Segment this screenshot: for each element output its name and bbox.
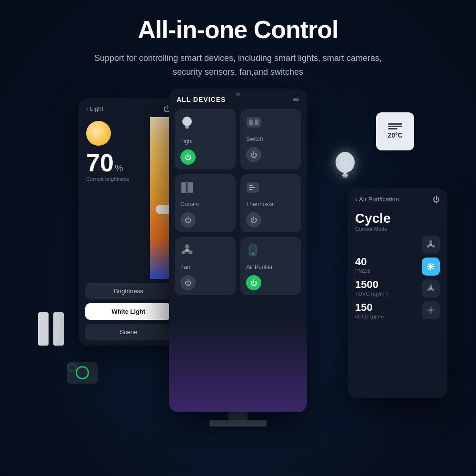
thermostat-temp: 20°C [387,131,402,139]
fan-high-button[interactable] [422,236,440,254]
brightness-value: 70 [86,150,114,175]
switch-device-name: Switch [246,136,263,142]
light-device-icon [180,116,194,134]
fan-device-icon [180,244,194,260]
svg-rect-1 [185,126,189,128]
thermostat-line-2 [388,126,402,127]
device-card-curtain[interactable]: Curtain ⏻ [175,174,236,232]
right-power-icon[interactable]: ⏻ [433,195,440,203]
panel-stand [169,410,307,426]
white-light-button[interactable]: White Light [85,303,172,320]
svg-rect-39 [343,176,347,178]
svg-rect-4 [249,119,253,125]
floating-bulb [333,150,357,183]
svg-rect-18 [251,247,255,252]
svg-rect-2 [186,128,188,129]
thermostat-device-icon [246,181,259,197]
mode-buttons: Brightness White Light Scene [79,283,178,340]
thermostat-power-button[interactable]: ⏻ [246,212,261,228]
svg-point-34 [432,309,435,311]
camera-dot [236,92,240,96]
thermostat-device-name: Thermostat [246,201,275,208]
panel-header: ‹ Light ⏻ [79,98,178,117]
air-purification-panel: ‹ Air Purification ⏻ Cycle Current Mode … [347,188,447,398]
back-button[interactable]: ‹ Light [86,105,103,112]
fan-auto-button[interactable] [422,301,440,319]
fan-power-button[interactable]: ⏻ [180,275,196,290]
svg-point-14 [185,244,189,249]
right-back-button[interactable]: ‹ Air Purification [355,196,399,203]
curtain-power-button[interactable]: ⏻ [180,212,196,228]
panel-title: Light [90,105,103,112]
svg-rect-7 [188,182,193,193]
edit-icon[interactable]: ✏ [293,95,299,104]
sensor-bar-1 [38,312,49,346]
mode-title: Cycle [355,211,440,226]
air-purifier-device-icon [246,244,259,260]
device-card-air-purifier[interactable]: Air Purifier ⏻ [240,237,301,295]
right-panel-content: Cycle Current Mode 40 PM2.5 1500 TOVC (u… [347,207,447,328]
svg-point-37 [336,152,355,173]
switch-power-button[interactable]: ⏻ [246,147,261,162]
device-card-fan[interactable]: Fan ⏻ [175,237,236,295]
floating-door-sensor [38,312,64,346]
svg-point-36 [427,309,430,311]
thermostat-lines [388,123,402,129]
svg-rect-6 [181,182,186,193]
stand-base [209,420,267,426]
light-indicator [86,121,111,146]
brightness-unit: % [115,163,123,173]
thermostat-line-3 [388,128,397,129]
curtain-device-icon [180,181,194,197]
fan-cool-button[interactable] [422,258,440,276]
svg-point-32 [429,309,432,312]
switch-device-icon [246,116,261,132]
all-devices-panel: ALL DEVICES ✏ Light ⏻ [169,89,307,412]
motion-circle [76,366,89,379]
light-control-panel: ‹ Light ⏻ 70 % Current brightness Bright… [79,98,178,346]
device-card-light[interactable]: Light ⏻ [175,109,236,169]
right-panel-header: ‹ Air Purification ⏻ [347,188,447,207]
light-device-name: Light [180,138,193,145]
fan-low-button[interactable] [422,279,440,298]
device-grid: Light ⏻ Switch ⏻ [169,109,307,295]
page-subtitle: Support for controlling smart devices, i… [90,51,386,79]
fan-speed-controls [422,236,440,319]
device-card-thermostat[interactable]: Thermostat ⏻ [240,174,301,232]
motion-ring [68,363,76,372]
chevron-left-icon: ‹ [86,106,88,112]
page-title: All-in-one Control [0,15,476,44]
fan-device-name: Fan [180,264,190,270]
svg-point-35 [430,311,432,314]
svg-point-33 [430,307,432,309]
floating-thermostat: 20°C [376,112,414,150]
light-power-button[interactable]: ⏻ [180,149,196,165]
scene-button[interactable]: Scene [85,324,172,340]
svg-rect-5 [255,119,258,125]
center-glow-effect [169,317,307,412]
device-card-switch[interactable]: Switch ⏻ [240,109,301,169]
all-devices-title: ALL DEVICES [177,96,226,103]
sensor-bar-2 [53,312,64,346]
mode-label: Current Mode [355,226,440,232]
chevron-left-icon-right: ‹ [355,196,357,203]
svg-point-21 [429,240,432,243]
floating-motion-sensor [67,362,98,384]
svg-point-19 [252,253,254,255]
svg-point-0 [182,117,192,126]
center-panel-header: ALL DEVICES ✏ [169,89,307,109]
content-area: ‹ Light ⏻ 70 % Current brightness Bright… [0,84,476,441]
svg-rect-38 [342,174,348,176]
brightness-button[interactable]: Brightness [85,283,172,299]
svg-point-29 [430,285,432,288]
right-panel-title: Air Purification [359,196,399,203]
air-purifier-device-name: Air Purifier [246,264,273,270]
curtain-device-name: Curtain [180,201,199,208]
header-section: All-in-one Control Support for controlli… [0,0,476,79]
thermostat-line-1 [388,123,402,125]
air-purifier-power-button[interactable]: ⏻ [246,275,261,290]
